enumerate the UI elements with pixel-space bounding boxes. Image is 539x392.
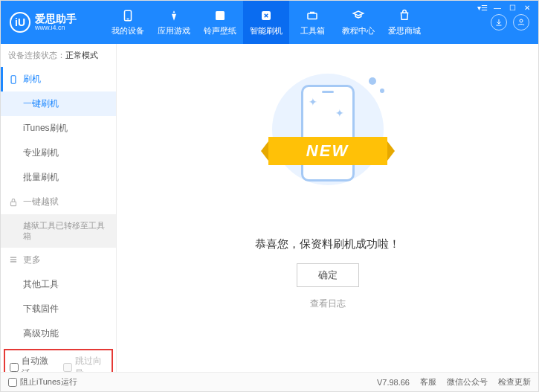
sidebar-item-other-tools[interactable]: 其他工具 (1, 272, 116, 297)
nav-apps[interactable]: 应用游戏 (151, 1, 197, 44)
header: iU 爱思助手 www.i4.cn 我的设备 应用游戏 铃声壁纸 (1, 1, 538, 44)
logo: iU 爱思助手 www.i4.cn (1, 12, 105, 33)
minimize-icon[interactable]: — (492, 4, 503, 12)
logo-icon: iU (10, 12, 30, 33)
logo-title: 爱思助手 (35, 13, 77, 24)
svg-rect-4 (308, 13, 317, 19)
toolbox-icon (305, 8, 320, 23)
phone-icon (8, 74, 19, 85)
apps-icon (167, 8, 181, 23)
header-right (482, 14, 538, 30)
footer-link-wechat[interactable]: 微信公众号 (447, 376, 488, 388)
tutorial-icon (351, 8, 366, 23)
ringtone-icon (213, 8, 227, 23)
version-label: V7.98.66 (377, 378, 410, 387)
window-controls: ▾☰ — ☐ ✕ (477, 4, 532, 12)
sidebar-item-download-firmware[interactable]: 下载固件 (1, 297, 116, 321)
sidebar-item-itunes-flash[interactable]: iTunes刷机 (1, 116, 116, 141)
maximize-icon[interactable]: ☐ (507, 4, 517, 12)
nav-my-device[interactable]: 我的设备 (105, 1, 151, 44)
new-ribbon: NEW (268, 137, 387, 165)
sidebar-section-flash[interactable]: 刷机 (1, 67, 116, 91)
sidebar-item-advanced[interactable]: 高级功能 (1, 321, 116, 346)
footer-link-update[interactable]: 检查更新 (498, 376, 531, 388)
sidebar-section-more[interactable]: 更多 (1, 248, 116, 272)
sidebar-item-oneclick-flash[interactable]: 一键刷机 (1, 91, 116, 116)
sidebar-item-pro-flash[interactable]: 专业刷机 (1, 141, 116, 165)
flash-icon (259, 8, 274, 23)
user-button[interactable] (513, 14, 529, 30)
jailbreak-note: 越狱工具已转移至工具箱 (1, 214, 116, 248)
ok-button[interactable]: 确定 (297, 263, 359, 287)
sidebar-item-batch-flash[interactable]: 批量刷机 (1, 165, 116, 190)
nav-toolbox[interactable]: 工具箱 (289, 1, 335, 44)
svg-rect-7 (11, 202, 16, 205)
svg-rect-6 (11, 75, 16, 83)
svg-rect-2 (216, 11, 225, 20)
download-button[interactable] (491, 14, 507, 30)
footer-link-support[interactable]: 客服 (420, 376, 436, 388)
nav-ringtones[interactable]: 铃声壁纸 (197, 1, 243, 44)
sidebar-section-jailbreak[interactable]: 一键越狱 (1, 190, 116, 214)
device-icon (120, 8, 135, 23)
success-illustration: ✦ ✦ NEW (254, 66, 402, 215)
top-nav: 我的设备 应用游戏 铃声壁纸 智能刷机 工具箱 (105, 1, 482, 44)
nav-flash[interactable]: 智能刷机 (243, 1, 289, 44)
close-icon[interactable]: ✕ (522, 4, 532, 12)
menu-icon (8, 254, 19, 265)
block-itunes-checkbox[interactable]: 阻止iTunes运行 (8, 376, 77, 388)
store-icon (397, 8, 412, 23)
menu-icon[interactable]: ▾☰ (477, 4, 488, 12)
nav-store[interactable]: 爱思商城 (381, 1, 427, 44)
main-content: ✦ ✦ NEW 恭喜您，保资料刷机成功啦！ 确定 查看日志 (117, 44, 538, 372)
nav-tutorials[interactable]: 教程中心 (335, 1, 381, 44)
success-message: 恭喜您，保资料刷机成功啦！ (255, 237, 400, 251)
logo-subtitle: www.i4.cn (35, 24, 77, 31)
sidebar: 设备连接状态：正常模式 刷机 一键刷机 iTunes刷机 专业刷机 批量刷机 一… (1, 44, 117, 372)
svg-point-5 (520, 19, 523, 22)
footer: 阻止iTunes运行 V7.98.66 客服 微信公众号 检查更新 (1, 372, 538, 391)
view-log-link[interactable]: 查看日志 (310, 298, 346, 310)
lock-icon (8, 197, 19, 208)
device-status: 设备连接状态：正常模式 (1, 44, 116, 67)
